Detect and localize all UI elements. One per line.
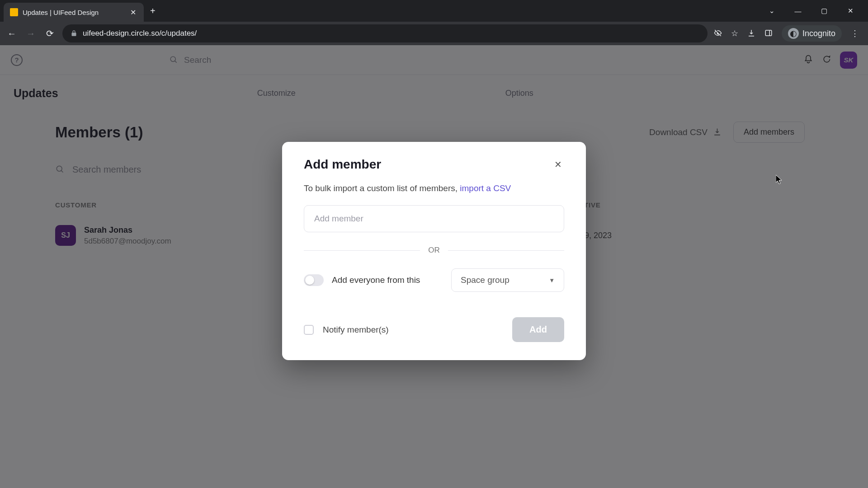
reload-icon[interactable]: ⟳ bbox=[43, 28, 56, 39]
notify-label: Notify member(s) bbox=[323, 325, 389, 335]
browser-toolbar: ← → ⟳ uifeed-design.circle.so/c/updates/… bbox=[0, 22, 868, 45]
download-icon[interactable] bbox=[747, 29, 755, 38]
toggle-label: Add everyone from this bbox=[332, 275, 443, 285]
modal-description: To bulk import a custom list of members,… bbox=[304, 183, 564, 193]
incognito-badge[interactable]: ◐ Incognito bbox=[782, 25, 842, 42]
add-button[interactable]: Add bbox=[512, 317, 564, 342]
app-page: ? Search SK Updates Customize Options bbox=[0, 45, 868, 488]
eye-off-icon[interactable] bbox=[714, 29, 722, 38]
minimize-icon[interactable]: — bbox=[791, 7, 805, 15]
browser-chrome: Updates | UIFeed Design ✕ + ⌄ — ▢ ✕ ← → … bbox=[0, 0, 868, 45]
url-bar[interactable]: uifeed-design.circle.so/c/updates/ bbox=[62, 24, 708, 42]
forward-icon[interactable]: → bbox=[24, 28, 37, 39]
import-csv-link[interactable]: import a CSV bbox=[460, 183, 511, 193]
panel-icon[interactable] bbox=[764, 29, 773, 38]
space-group-select[interactable]: Space group ▼ bbox=[451, 268, 564, 292]
notify-checkbox[interactable] bbox=[304, 325, 314, 335]
back-icon[interactable]: ← bbox=[5, 28, 18, 39]
star-icon[interactable]: ☆ bbox=[731, 28, 738, 38]
add-everyone-toggle[interactable] bbox=[304, 274, 324, 286]
tab-bar: Updates | UIFeed Design ✕ + ⌄ — ▢ ✕ bbox=[0, 0, 868, 22]
toolbar-icons: ☆ ◐ Incognito ⋮ bbox=[714, 25, 859, 42]
incognito-label: Incognito bbox=[802, 29, 835, 38]
close-icon[interactable]: ✕ bbox=[552, 158, 564, 171]
add-member-input[interactable] bbox=[304, 205, 564, 232]
modal-desc-text: To bulk import a custom list of members, bbox=[304, 183, 460, 193]
maximize-icon[interactable]: ▢ bbox=[817, 7, 831, 15]
tab-dropdown-icon[interactable]: ⌄ bbox=[765, 7, 778, 15]
lock-icon bbox=[71, 30, 77, 38]
or-divider: OR bbox=[304, 246, 564, 255]
svg-rect-0 bbox=[765, 30, 772, 36]
add-everyone-row: Add everyone from this Space group ▼ bbox=[304, 268, 564, 292]
kebab-menu-icon[interactable]: ⋮ bbox=[851, 28, 859, 38]
tab-favicon-icon bbox=[10, 8, 18, 16]
new-tab-button[interactable]: + bbox=[150, 6, 156, 16]
close-window-icon[interactable]: ✕ bbox=[844, 7, 857, 15]
select-value: Space group bbox=[461, 275, 509, 285]
modal-title: Add member bbox=[304, 157, 381, 172]
window-controls: ⌄ — ▢ ✕ bbox=[765, 7, 864, 15]
url-text: uifeed-design.circle.so/c/updates/ bbox=[83, 29, 197, 38]
tab-close-icon[interactable]: ✕ bbox=[128, 8, 137, 17]
add-member-modal: Add member ✕ To bulk import a custom lis… bbox=[282, 142, 586, 360]
chevron-down-icon: ▼ bbox=[549, 277, 555, 284]
incognito-icon: ◐ bbox=[788, 28, 799, 39]
or-label: OR bbox=[428, 246, 440, 255]
tab-title: Updates | UIFeed Design bbox=[23, 9, 124, 16]
modal-footer: Notify member(s) Add bbox=[304, 317, 564, 342]
browser-tab[interactable]: Updates | UIFeed Design ✕ bbox=[4, 3, 144, 22]
